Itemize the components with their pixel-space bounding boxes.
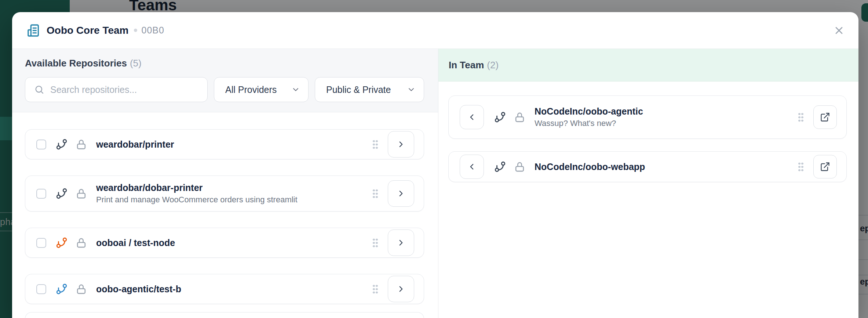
modal-title: Oobo Core Team	[47, 25, 129, 36]
chevron-left-icon	[467, 162, 477, 171]
git-branch-icon	[494, 111, 506, 123]
in-team-count: (2)	[487, 59, 499, 71]
repo-info: weardobar/printer	[96, 139, 174, 150]
repo-checkbox[interactable]	[36, 140, 46, 149]
lock-icon	[76, 139, 87, 150]
building-icon	[26, 23, 41, 38]
repo-name: ooboai / test-node	[96, 238, 175, 248]
git-branch-icon	[55, 236, 68, 249]
provider-filter-value: All Providers	[225, 84, 277, 95]
in-team-header-band: In Team(2)	[438, 49, 858, 82]
in-team-repo-list: NoCodeInc/oobo-agentic Wassup? What's ne…	[438, 82, 858, 182]
drag-handle-icon[interactable]	[798, 162, 804, 172]
repo-name: NoCodeInc/oobo-webapp	[535, 162, 645, 172]
repo-checkbox[interactable]	[36, 238, 46, 248]
available-repo-list: weardobar/printer	[12, 112, 438, 318]
chevron-down-icon	[291, 85, 300, 94]
close-icon	[833, 25, 845, 36]
repo-name: oobo-agentic/test-b	[96, 284, 181, 294]
repo-info: weardobar/dobar-printer Print and manage…	[96, 183, 298, 205]
git-branch-icon	[494, 160, 506, 173]
drag-handle-icon[interactable]	[372, 189, 378, 199]
repo-name: weardobar/printer	[96, 139, 174, 150]
repository-filters: All Providers Public & Private	[25, 77, 424, 102]
search-input[interactable]	[50, 84, 200, 95]
dot-separator	[134, 29, 137, 32]
search-icon	[34, 84, 44, 95]
team-repositories-modal: Oobo Core Team 00B0 Available Repositori…	[12, 12, 858, 318]
external-link-icon	[820, 162, 830, 172]
repo-info: oobo-agentic/test-b	[96, 284, 181, 294]
drag-handle-icon[interactable]	[372, 284, 378, 294]
open-repo-external-button[interactable]	[813, 155, 837, 178]
repo-description: Wassup? What's new?	[535, 119, 643, 128]
in-team-heading-label: In Team	[449, 59, 484, 71]
repo-description: Print and manage WooCommerce orders usin…	[96, 195, 298, 205]
provider-filter-dropdown[interactable]: All Providers	[214, 77, 309, 102]
team-code: 00B0	[142, 25, 164, 36]
repo-card-partial[interactable]	[25, 312, 424, 318]
open-repo-external-button[interactable]	[813, 105, 837, 129]
drag-handle-icon[interactable]	[372, 238, 378, 248]
add-to-team-button[interactable]	[388, 276, 414, 302]
remove-from-team-button[interactable]	[460, 155, 484, 179]
lock-icon	[76, 283, 87, 295]
remove-from-team-button[interactable]	[460, 105, 484, 129]
repo-card[interactable]: ooboai / test-node	[25, 228, 424, 258]
chevron-right-icon	[396, 140, 406, 149]
drag-handle-icon[interactable]	[372, 140, 378, 149]
modal-body: Available Repositories(5) All Providers	[12, 49, 858, 318]
team-repo-card[interactable]: NoCodeInc/oobo-agentic Wassup? What's ne…	[448, 95, 847, 139]
in-team-panel: In Team(2) NoCodeInc/oobo-agentic	[438, 49, 858, 318]
repo-name: NoCodeInc/oobo-agentic	[535, 106, 643, 117]
search-box	[25, 77, 208, 102]
close-button[interactable]	[831, 22, 847, 39]
git-branch-icon	[55, 187, 68, 200]
visibility-filter-dropdown[interactable]: Public & Private	[315, 77, 424, 102]
repo-info: NoCodeInc/oobo-webapp	[535, 162, 645, 172]
chevron-right-icon	[396, 238, 406, 247]
git-branch-icon	[55, 138, 68, 151]
chevron-right-icon	[396, 284, 406, 294]
available-heading: Available Repositories(5)	[25, 57, 424, 69]
in-team-heading: In Team(2)	[449, 59, 499, 71]
repo-info: NoCodeInc/oobo-agentic Wassup? What's ne…	[535, 106, 643, 128]
team-repo-card[interactable]: NoCodeInc/oobo-webapp	[448, 151, 847, 182]
add-to-team-button[interactable]	[388, 131, 414, 158]
lock-icon	[514, 161, 525, 173]
repo-card[interactable]: oobo-agentic/test-b	[25, 274, 424, 304]
modal-header: Oobo Core Team 00B0	[12, 12, 858, 49]
add-to-team-button[interactable]	[388, 230, 414, 256]
lock-icon	[76, 188, 87, 199]
available-count: (5)	[130, 58, 142, 69]
available-repositories-panel: Available Repositories(5) All Providers	[12, 49, 438, 318]
available-header-band: Available Repositories(5) All Providers	[12, 49, 438, 112]
lock-icon	[76, 237, 87, 249]
repo-checkbox[interactable]	[36, 189, 46, 199]
available-heading-label: Available Repositories	[25, 58, 127, 69]
repo-card[interactable]: weardobar/printer	[25, 129, 424, 159]
repo-card[interactable]: weardobar/dobar-printer Print and manage…	[25, 176, 424, 212]
external-link-icon	[820, 112, 830, 122]
visibility-filter-value: Public & Private	[326, 84, 391, 95]
repo-info: ooboai / test-node	[96, 238, 175, 248]
repo-name: weardobar/dobar-printer	[96, 183, 298, 193]
chevron-right-icon	[396, 189, 406, 198]
chevron-left-icon	[467, 112, 477, 122]
chevron-down-icon	[407, 85, 416, 94]
lock-icon	[514, 112, 525, 123]
git-branch-icon	[55, 283, 68, 295]
add-to-team-button[interactable]	[388, 180, 414, 207]
drag-handle-icon[interactable]	[798, 112, 804, 122]
repo-checkbox[interactable]	[36, 284, 46, 294]
